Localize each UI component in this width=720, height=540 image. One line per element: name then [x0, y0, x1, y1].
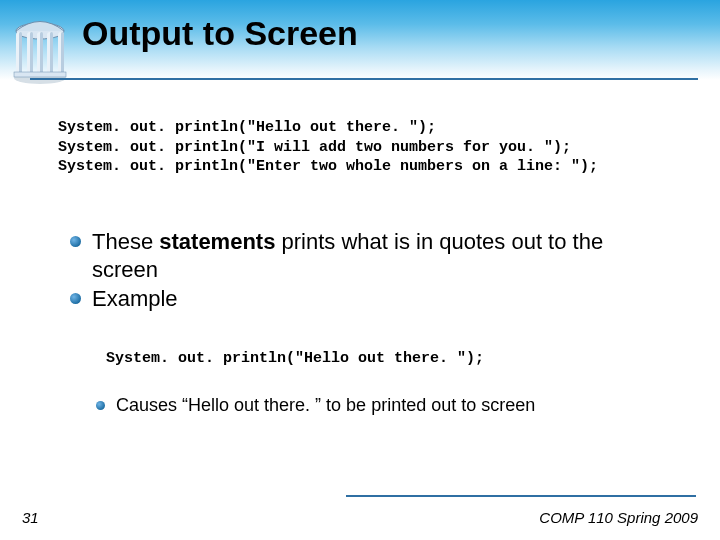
- svg-rect-9: [40, 32, 43, 74]
- bullet-dot-icon: [96, 401, 105, 410]
- svg-rect-12: [14, 72, 66, 77]
- bullet-text-bold: statements: [159, 229, 275, 254]
- bullet-dot-icon: [70, 293, 81, 304]
- bullet-dot-icon: [70, 236, 81, 247]
- course-label: COMP 110 Spring 2009: [539, 509, 698, 526]
- code-line: System. out. println("Hello out there. "…: [58, 119, 436, 136]
- bullet-text-part: These: [92, 229, 159, 254]
- title-divider: [30, 78, 698, 80]
- sub-bullet-list: Causes “Hello out there. ” to be printed…: [96, 395, 656, 416]
- bullet-text: Example: [92, 286, 178, 311]
- svg-rect-10: [50, 32, 53, 74]
- code-line: System. out. println("Enter two whole nu…: [58, 158, 598, 175]
- svg-rect-11: [61, 32, 64, 74]
- code-block: System. out. println("Hello out there. "…: [58, 118, 598, 177]
- svg-rect-8: [30, 32, 33, 74]
- sub-bullet-item: Causes “Hello out there. ” to be printed…: [96, 395, 656, 416]
- bullet-list: These statements prints what is in quote…: [70, 228, 670, 315]
- slide: Output to Screen System. out. println("H…: [0, 0, 720, 540]
- slide-title: Output to Screen: [82, 14, 358, 53]
- svg-rect-7: [19, 32, 22, 74]
- sub-bullet-text: Causes “Hello out there. ” to be printed…: [116, 395, 535, 415]
- bullet-item: Example: [70, 285, 670, 313]
- bullet-item: These statements prints what is in quote…: [70, 228, 670, 283]
- footer-divider: [346, 495, 696, 497]
- example-code-line: System. out. println("Hello out there. "…: [106, 350, 484, 367]
- page-number: 31: [22, 509, 39, 526]
- code-line: System. out. println("I will add two num…: [58, 139, 571, 156]
